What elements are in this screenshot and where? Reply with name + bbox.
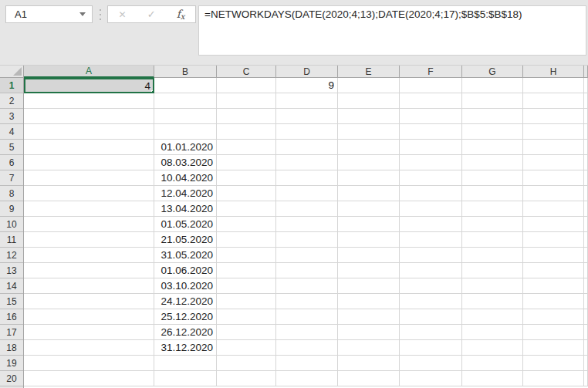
cell-H2[interactable] [523,93,584,109]
cell-I8[interactable] [584,186,588,201]
cell-H13[interactable] [523,263,584,278]
cell-I9[interactable] [584,201,588,217]
cell-I1[interactable] [584,78,588,93]
cell-F20[interactable] [400,371,462,386]
insert-function-icon[interactable]: fx [177,8,185,21]
cell-I2[interactable] [584,93,588,109]
cell-C20[interactable] [217,371,276,386]
cell-H19[interactable] [523,356,584,371]
cell-C2[interactable] [217,93,276,109]
column-header-H[interactable]: H [523,66,584,78]
row-header-19[interactable]: 19 [0,356,23,371]
cell-H20[interactable] [523,371,584,386]
cell-I10[interactable] [584,217,588,232]
cell-C9[interactable] [217,201,276,217]
cell-A3[interactable] [24,109,154,124]
row-header-7[interactable]: 7 [0,170,23,186]
cell-G20[interactable] [462,371,523,386]
cell-E19[interactable] [338,356,400,371]
cell-D10[interactable] [276,217,338,232]
cell-F5[interactable] [400,140,462,155]
cell-C18[interactable] [217,340,276,356]
row-header-10[interactable]: 10 [0,217,23,232]
cell-H17[interactable] [523,325,584,340]
row-header-1[interactable]: 1 [0,78,23,93]
cell-C16[interactable] [217,309,276,325]
cell-E11[interactable] [338,232,400,248]
cell-C14[interactable] [217,278,276,294]
column-header-partial[interactable] [584,66,588,78]
cell-F12[interactable] [400,248,462,263]
row-header-11[interactable]: 11 [0,232,23,248]
cell-H18[interactable] [523,340,584,356]
cell-H14[interactable] [523,278,584,294]
cell-G15[interactable] [462,294,523,309]
cell-B19[interactable] [154,356,217,371]
cell-F16[interactable] [400,309,462,325]
cell-I14[interactable] [584,278,588,294]
row-header-3[interactable]: 3 [0,109,23,124]
row-header-5[interactable]: 5 [0,140,23,155]
row-header-13[interactable]: 13 [0,263,23,278]
cell-C19[interactable] [217,356,276,371]
cell-A7[interactable] [24,170,154,186]
cell-D13[interactable] [276,263,338,278]
cell-D4[interactable] [276,124,338,140]
cell-B16[interactable]: 25.12.2020 [154,309,217,325]
cell-G12[interactable] [462,248,523,263]
cell-C4[interactable] [217,124,276,140]
cell-H11[interactable] [523,232,584,248]
cell-A2[interactable] [24,93,154,109]
cell-E2[interactable] [338,93,400,109]
cell-C5[interactable] [217,140,276,155]
cell-F8[interactable] [400,186,462,201]
cell-A11[interactable] [24,232,154,248]
cell-E17[interactable] [338,325,400,340]
cell-C12[interactable] [217,248,276,263]
cell-D9[interactable] [276,201,338,217]
cell-C6[interactable] [217,155,276,170]
cell-B7[interactable]: 10.04.2020 [154,170,217,186]
cell-B20[interactable] [154,371,217,386]
row-header-17[interactable]: 17 [0,325,23,340]
cell-C8[interactable] [217,186,276,201]
cell-E12[interactable] [338,248,400,263]
cell-D3[interactable] [276,109,338,124]
cell-I17[interactable] [584,325,588,340]
row-header-14[interactable]: 14 [0,278,23,294]
cell-A14[interactable] [24,278,154,294]
cell-G14[interactable] [462,278,523,294]
cell-A4[interactable] [24,124,154,140]
cell-I19[interactable] [584,356,588,371]
cell-E10[interactable] [338,217,400,232]
cell-C7[interactable] [217,170,276,186]
cell-G11[interactable] [462,232,523,248]
cell-D12[interactable] [276,248,338,263]
row-header-18[interactable]: 18 [0,340,23,356]
cell-F13[interactable] [400,263,462,278]
cell-I12[interactable] [584,248,588,263]
enter-icon[interactable]: ✓ [147,8,156,20]
cell-G19[interactable] [462,356,523,371]
cell-F15[interactable] [400,294,462,309]
column-header-E[interactable]: E [338,66,400,78]
cell-F4[interactable] [400,124,462,140]
cell-C11[interactable] [217,232,276,248]
cell-G4[interactable] [462,124,523,140]
cell-A13[interactable] [24,263,154,278]
cell-G18[interactable] [462,340,523,356]
cell-H4[interactable] [523,124,584,140]
cell-I16[interactable] [584,309,588,325]
cell-D17[interactable] [276,325,338,340]
cell-I7[interactable] [584,170,588,186]
cell-H15[interactable] [523,294,584,309]
cell-A12[interactable] [24,248,154,263]
cell-C10[interactable] [217,217,276,232]
row-header-6[interactable]: 6 [0,155,23,170]
cell-F6[interactable] [400,155,462,170]
cell-G10[interactable] [462,217,523,232]
cell-B2[interactable] [154,93,217,109]
cell-C17[interactable] [217,325,276,340]
cell-B1[interactable] [154,78,217,93]
cell-I3[interactable] [584,109,588,124]
